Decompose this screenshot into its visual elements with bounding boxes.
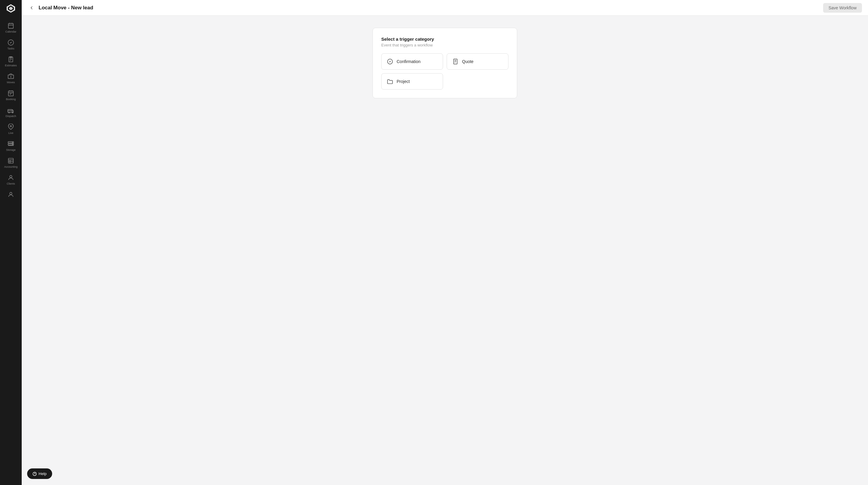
page-title: Local Move - New lead	[38, 5, 93, 11]
sidebar-item-accounting-label: Accounting	[4, 165, 18, 168]
help-button-label: Help	[38, 472, 47, 476]
sidebar-item-storage-label: Storage	[6, 148, 16, 151]
sidebar-item-storage[interactable]: Storage	[0, 138, 22, 154]
document-icon	[453, 58, 458, 64]
sidebar-item-clients[interactable]: Clients	[0, 171, 22, 188]
svg-point-27	[12, 144, 13, 144]
trigger-card-title: Select a trigger category	[381, 36, 508, 41]
sidebar-item-clients-label: Clients	[7, 182, 15, 185]
help-button[interactable]: Help	[27, 468, 52, 479]
svg-point-26	[12, 142, 13, 143]
main-content: Select a trigger category Event that tri…	[22, 16, 868, 485]
app-logo	[5, 2, 17, 15]
save-workflow-button[interactable]: Save Workflow	[823, 3, 862, 13]
sidebar-item-booking-label: Booking	[6, 98, 16, 101]
sidebar-item-live-label: Live	[8, 132, 13, 135]
sidebar-item-tasks-label: Tasks	[7, 47, 14, 50]
svg-point-21	[9, 112, 10, 113]
sidebar-item-moves-label: Moves	[7, 81, 15, 84]
header-left: Local Move - New lead	[28, 4, 93, 12]
sidebar-item-estimates-label: Estimates	[5, 64, 17, 67]
back-icon	[29, 5, 34, 10]
sidebar-item-calendar[interactable]: Calendar	[0, 19, 22, 36]
sidebar-item-dispatch-label: Dispatch	[5, 115, 16, 118]
trigger-option-confirmation[interactable]: Confirmation	[381, 53, 443, 70]
svg-point-22	[12, 112, 13, 113]
sidebar-item-calendar-label: Calendar	[5, 30, 17, 33]
sidebar-item-accounting[interactable]: Accounting	[0, 154, 22, 171]
sidebar-item-tasks[interactable]: Tasks	[0, 36, 22, 53]
trigger-card-subtitle: Event that triggers a workflow	[381, 43, 508, 47]
trigger-options-grid: Confirmation Quote	[381, 53, 508, 90]
trigger-option-project[interactable]: Project	[381, 73, 443, 90]
sidebar-item-moves[interactable]: Moves	[0, 70, 22, 87]
folder-icon	[387, 79, 393, 84]
sidebar-item-estimates[interactable]: Estimates	[0, 53, 22, 70]
check-circle-icon	[387, 58, 393, 64]
svg-rect-3	[8, 24, 13, 29]
back-button[interactable]	[28, 4, 36, 12]
trigger-option-quote[interactable]: Quote	[447, 53, 508, 70]
sidebar-item-live[interactable]: Live	[0, 121, 22, 138]
trigger-category-card: Select a trigger category Event that tri…	[373, 28, 517, 98]
svg-rect-28	[8, 158, 13, 164]
trigger-option-confirmation-label: Confirmation	[397, 59, 421, 64]
header: Local Move - New lead Save Workflow	[22, 0, 868, 16]
sidebar-item-dispatch[interactable]: Dispatch	[0, 104, 22, 121]
svg-point-23	[10, 125, 12, 127]
trigger-option-project-label: Project	[397, 79, 410, 84]
sidebar-item-user[interactable]	[0, 188, 22, 201]
main-wrapper: Local Move - New lead Save Workflow Sele…	[22, 0, 868, 485]
help-icon	[33, 472, 37, 476]
svg-point-32	[10, 175, 12, 178]
sidebar: Calendar Tasks Estimates Moves	[0, 0, 22, 485]
trigger-option-quote-label: Quote	[462, 59, 473, 64]
sidebar-item-booking[interactable]: Booking	[0, 87, 22, 104]
svg-point-33	[10, 193, 12, 195]
svg-rect-20	[8, 110, 12, 112]
